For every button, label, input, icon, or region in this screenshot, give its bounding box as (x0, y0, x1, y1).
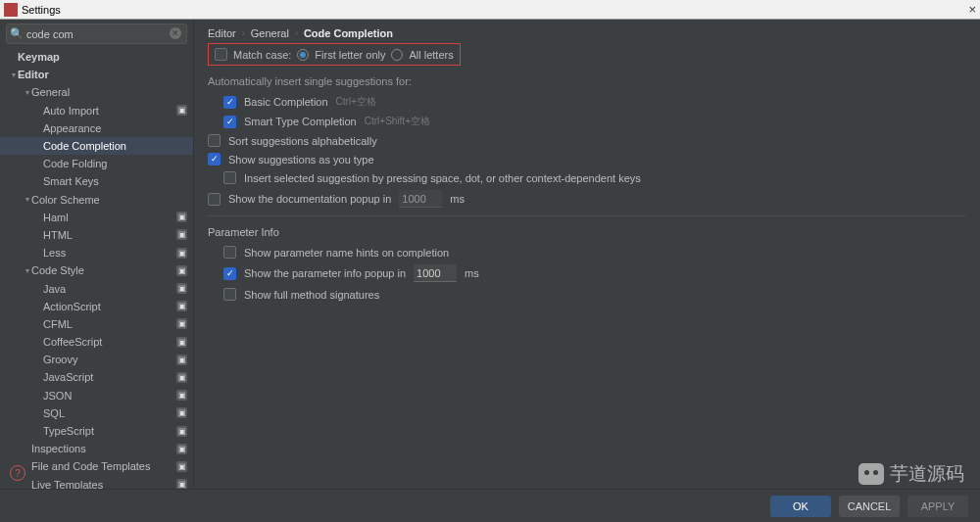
full-sig-label: Show full method signatures (244, 289, 379, 301)
sidebar-item-sql[interactable]: SQL▣ (0, 404, 193, 422)
sidebar-item-editor[interactable]: ▾Editor (0, 66, 193, 83)
dialog-footer: OK CANCEL APPLY (0, 489, 980, 522)
project-badge-icon: ▣ (176, 105, 187, 116)
sidebar-item-appearance[interactable]: Appearance (0, 119, 193, 137)
app-icon (4, 3, 18, 17)
clear-search-icon[interactable]: ✕ (170, 27, 181, 39)
settings-tree[interactable]: Keymap▾Editor▾GeneralAuto Import▣Appeara… (0, 48, 193, 489)
cancel-button[interactable]: CANCEL (839, 496, 900, 517)
sidebar-item-smart-keys[interactable]: Smart Keys (0, 172, 193, 190)
sidebar-item-label: JSON (43, 390, 172, 402)
insert-selected-checkbox[interactable] (223, 171, 236, 184)
sidebar-item-cfml[interactable]: CFML▣ (0, 315, 193, 333)
auto-insert-header: Automatically insert single suggestions … (208, 75, 966, 87)
sidebar-item-coffeescript[interactable]: CoffeeScript▣ (0, 333, 193, 351)
sort-alpha-checkbox[interactable] (208, 134, 220, 147)
search-input[interactable] (6, 24, 187, 44)
project-badge-icon: ▣ (176, 461, 187, 472)
ok-button[interactable]: OK (770, 496, 831, 517)
sidebar-item-keymap[interactable]: Keymap (0, 48, 193, 66)
sidebar-item-java[interactable]: Java▣ (0, 279, 193, 297)
sidebar-item-label: CoffeeScript (43, 336, 172, 348)
sidebar-item-label: Less (43, 247, 172, 259)
sidebar-item-groovy[interactable]: Groovy▣ (0, 351, 193, 368)
sidebar-item-html[interactable]: HTML▣ (0, 226, 193, 244)
sidebar-item-label: Appearance (43, 122, 187, 134)
sidebar-item-typescript[interactable]: TypeScript▣ (0, 422, 193, 440)
show-as-type-checkbox[interactable] (208, 153, 220, 166)
match-case-label: Match case: (233, 49, 291, 61)
sidebar-item-actionscript[interactable]: ActionScript▣ (0, 298, 193, 315)
sidebar-item-label: ActionScript (43, 301, 172, 312)
sidebar-item-general[interactable]: ▾General (0, 83, 193, 101)
chevron-right-icon: › (295, 28, 298, 38)
sidebar-item-haml[interactable]: Haml▣ (0, 209, 193, 226)
sidebar-item-label: SQL (43, 407, 172, 419)
param-popup-input[interactable] (414, 264, 457, 282)
sidebar-item-inspections[interactable]: Inspections▣ (0, 440, 193, 457)
project-badge-icon: ▣ (176, 248, 187, 259)
doc-popup-checkbox[interactable] (208, 193, 220, 206)
chevron-icon: ▾ (10, 71, 18, 79)
sidebar-item-auto-import[interactable]: Auto Import▣ (0, 102, 193, 119)
project-badge-icon: ▣ (176, 265, 187, 276)
full-sig-checkbox[interactable] (223, 288, 236, 301)
sidebar-item-file-and-code-templates[interactable]: File and Code Templates▣ (0, 457, 193, 475)
sidebar-item-label: Color Scheme (31, 194, 187, 206)
main-panel: Editor › General › Code Completion Match… (194, 20, 980, 489)
close-icon[interactable]: × (968, 2, 976, 17)
sidebar-item-label: TypeScript (43, 425, 172, 437)
smart-shortcut: Ctrl+Shift+空格 (365, 115, 430, 128)
crumb-general[interactable]: General (251, 27, 289, 39)
titlebar: Settings × (0, 0, 980, 20)
sidebar-item-label: Code Completion (43, 140, 187, 152)
match-case-checkbox[interactable] (215, 48, 227, 61)
show-hints-checkbox[interactable] (223, 246, 236, 259)
project-badge-icon: ▣ (176, 355, 187, 365)
chevron-icon: ▾ (24, 195, 31, 204)
project-badge-icon: ▣ (176, 479, 187, 489)
sidebar-item-code-style[interactable]: ▾Code Style▣ (0, 261, 193, 279)
basic-completion-label: Basic Completion (244, 96, 328, 108)
sidebar-item-json[interactable]: JSON▣ (0, 387, 193, 404)
sidebar-item-label: Inspections (31, 443, 172, 454)
crumb-editor[interactable]: Editor (208, 27, 236, 39)
sidebar-item-label: Live Templates (31, 479, 172, 489)
radio-first-letter[interactable] (297, 49, 309, 61)
sidebar-item-code-completion[interactable]: Code Completion (0, 137, 193, 155)
project-badge-icon: ▣ (176, 337, 187, 348)
sidebar-item-code-folding[interactable]: Code Folding (0, 155, 193, 172)
ms-label-2: ms (465, 267, 479, 279)
doc-popup-label: Show the documentation popup in (228, 193, 391, 205)
chevron-right-icon: › (242, 28, 245, 38)
sidebar-item-label: HTML (43, 229, 172, 241)
chevron-icon: ▾ (24, 266, 31, 275)
sidebar: 🔍 ✕ Keymap▾Editor▾GeneralAuto Import▣App… (0, 20, 194, 489)
insert-selected-label: Insert selected suggestion by pressing s… (244, 172, 641, 184)
sidebar-item-color-scheme[interactable]: ▾Color Scheme (0, 191, 193, 209)
radio-all-label: All letters (409, 49, 453, 61)
search-icon: 🔍 (10, 27, 24, 40)
sidebar-item-label: Keymap (18, 51, 187, 63)
project-badge-icon: ▣ (176, 407, 187, 418)
param-popup-label: Show the parameter info popup in (244, 267, 406, 279)
project-badge-icon: ▣ (176, 426, 187, 437)
basic-completion-checkbox[interactable] (223, 96, 236, 109)
show-as-type-label: Show suggestions as you type (228, 154, 374, 166)
sidebar-item-live-templates[interactable]: Live Templates▣ (0, 476, 193, 490)
help-icon[interactable]: ? (10, 465, 25, 481)
param-popup-checkbox[interactable] (223, 267, 236, 280)
smart-completion-checkbox[interactable] (223, 116, 236, 128)
radio-first-label: First letter only (315, 49, 385, 61)
sidebar-item-less[interactable]: Less▣ (0, 244, 193, 261)
sidebar-item-label: Haml (43, 212, 172, 223)
radio-all-letters[interactable] (391, 49, 403, 61)
project-badge-icon: ▣ (176, 318, 187, 329)
project-badge-icon: ▣ (176, 390, 187, 401)
sidebar-item-javascript[interactable]: JavaScript▣ (0, 368, 193, 386)
doc-popup-input[interactable] (399, 190, 442, 208)
breadcrumb: Editor › General › Code Completion (208, 27, 966, 39)
sidebar-item-label: JavaScript (43, 371, 172, 383)
project-badge-icon: ▣ (176, 212, 187, 222)
chevron-icon: ▾ (24, 88, 31, 97)
